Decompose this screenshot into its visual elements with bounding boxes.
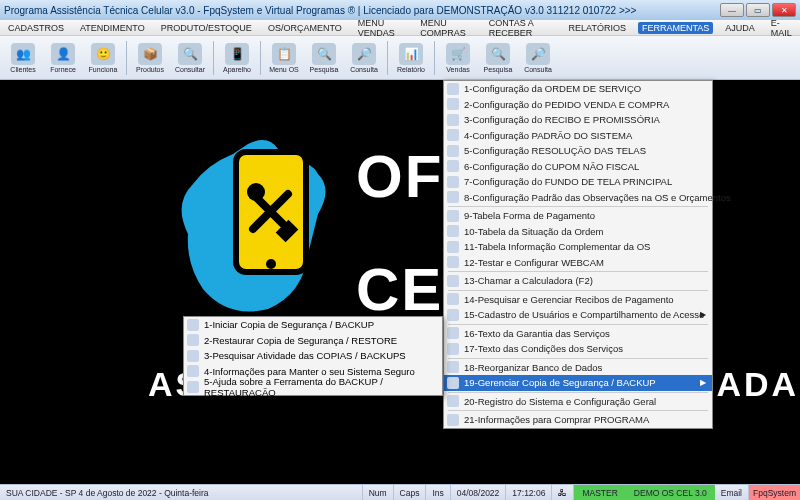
toolbar-menu os[interactable]: 📋Menu OS bbox=[265, 38, 303, 78]
toolbar-consulta[interactable]: 🔎Consulta bbox=[519, 38, 557, 78]
menu-item-label: 13-Chamar a Calculadora (F2) bbox=[464, 275, 593, 286]
main-toolbar: 👥Clientes👤Fornece🙂Funciona📦Produtos🔍Cons… bbox=[0, 36, 800, 80]
menu-item-label: 21-Informações para Comprar PROGRAMA bbox=[464, 414, 649, 425]
menu-item-icon bbox=[447, 83, 459, 95]
menu-separator bbox=[448, 324, 708, 325]
menu-item-icon bbox=[447, 145, 459, 157]
submenu-item-icon bbox=[187, 350, 199, 362]
menu-item-label: 7-Configuração do FUNDO DE TELA PRINCIPA… bbox=[464, 176, 672, 187]
toolbar-vendas[interactable]: 🛒Vendas bbox=[439, 38, 477, 78]
menu-item[interactable]: 6-Configuração do CUPOM NÃO FISCAL bbox=[444, 159, 712, 175]
submenu-item-icon bbox=[187, 365, 199, 377]
menu-item[interactable]: 15-Cadastro de Usuários e Compartilhamen… bbox=[444, 307, 712, 323]
menu-item-icon bbox=[447, 256, 459, 268]
menu-item-label: 11-Tabela Informação Complementar da OS bbox=[464, 241, 650, 252]
close-button[interactable]: ✕ bbox=[772, 3, 796, 17]
submenu-item[interactable]: 5-Ajuda sobre a Ferramenta do BACKUP / R… bbox=[184, 379, 442, 395]
menu-item[interactable]: 7-Configuração do FUNDO DE TELA PRINCIPA… bbox=[444, 174, 712, 190]
toolbar-pesquisa[interactable]: 🔍Pesquisa bbox=[479, 38, 517, 78]
status-ins: Ins bbox=[426, 485, 450, 500]
menu-item[interactable]: 5-Configuração RESOLUÇÃO DAS TELAS bbox=[444, 143, 712, 159]
menu-item-ajuda[interactable]: AJUDA bbox=[721, 22, 759, 34]
toolbar-separator bbox=[126, 41, 127, 75]
menu-item-icon bbox=[447, 377, 459, 389]
menu-item[interactable]: 12-Testar e Configurar WEBCAM bbox=[444, 255, 712, 271]
toolbar-funciona[interactable]: 🙂Funciona bbox=[84, 38, 122, 78]
menu-item-label: 5-Configuração RESOLUÇÃO DAS TELAS bbox=[464, 145, 646, 156]
status-email[interactable]: Email bbox=[715, 485, 749, 500]
pesquisa-icon: 🔍 bbox=[312, 43, 336, 65]
toolbar-aparelho[interactable]: 📱Aparelho bbox=[218, 38, 256, 78]
menu-item-icon bbox=[447, 361, 459, 373]
menu-item-e-mail[interactable]: E-MAIL bbox=[767, 17, 796, 39]
menu-item-label: 12-Testar e Configurar WEBCAM bbox=[464, 257, 604, 268]
menu-item-atendimento[interactable]: ATENDIMENTO bbox=[76, 22, 149, 34]
menu-item-label: 16-Texto da Garantia das Serviços bbox=[464, 328, 610, 339]
menu-item-icon bbox=[447, 225, 459, 237]
menu-item-icon bbox=[447, 309, 459, 321]
menu-item-contas-a-receber[interactable]: CONTAS A RECEBER bbox=[485, 17, 557, 39]
menu-item[interactable]: 18-Reorganizar Banco de Dados bbox=[444, 360, 712, 376]
toolbar-relatório[interactable]: 📊Relatório bbox=[392, 38, 430, 78]
logo-hand-phone bbox=[158, 114, 358, 324]
menu-item-cadastros[interactable]: CADASTROS bbox=[4, 22, 68, 34]
menu-item-icon bbox=[447, 293, 459, 305]
menu-item-label: 19-Gerenciar Copia de Segurança / BACKUP bbox=[464, 377, 656, 388]
minimize-button[interactable]: — bbox=[720, 3, 744, 17]
menu-item[interactable]: 10-Tabela da Situação da Ordem bbox=[444, 224, 712, 240]
maximize-button[interactable]: ▭ bbox=[746, 3, 770, 17]
menu-item[interactable]: 20-Registro do Sistema e Configuração Ge… bbox=[444, 394, 712, 410]
menu-item[interactable]: 8-Configuração Padrão das Observações na… bbox=[444, 190, 712, 206]
menu-item[interactable]: 14-Pesquisar e Gerenciar Recibos de Paga… bbox=[444, 292, 712, 308]
menu-item-icon bbox=[447, 114, 459, 126]
menu-item-icon bbox=[447, 275, 459, 287]
status-brand[interactable]: FpqSystem bbox=[749, 485, 800, 500]
toolbar-pesquisa[interactable]: 🔍Pesquisa bbox=[305, 38, 343, 78]
menu-item-menu-vendas[interactable]: MENU VENDAS bbox=[354, 17, 409, 39]
submenu-item[interactable]: 1-Iniciar Copia de Segurança / BACKUP bbox=[184, 317, 442, 333]
menu-item-icon bbox=[447, 241, 459, 253]
menu-item-produto-estoque[interactable]: PRODUTO/ESTOQUE bbox=[157, 22, 256, 34]
menu-item-ferramentas[interactable]: FERRAMENTAS bbox=[638, 22, 713, 34]
backup-submenu: 1-Iniciar Copia de Segurança / BACKUP2-R… bbox=[183, 316, 443, 396]
menu-item-os-or-amento[interactable]: OS/ORÇAMENTO bbox=[264, 22, 346, 34]
menu-item[interactable]: 16-Texto da Garantia das Serviços bbox=[444, 326, 712, 342]
menu-item-icon bbox=[447, 327, 459, 339]
fornece-icon: 👤 bbox=[51, 43, 75, 65]
menu-item-icon bbox=[447, 129, 459, 141]
menu-item-label: 17-Texto das Condições dos Serviços bbox=[464, 343, 623, 354]
menu-separator bbox=[448, 271, 708, 272]
menu-item[interactable]: 3-Configuração do RECIBO E PROMISSÓRIA bbox=[444, 112, 712, 128]
toolbar-produtos[interactable]: 📦Produtos bbox=[131, 38, 169, 78]
menu-item[interactable]: 11-Tabela Informação Complementar da OS bbox=[444, 239, 712, 255]
menu-separator bbox=[448, 410, 708, 411]
menu-item-relat-rios[interactable]: RELATÓRIOS bbox=[565, 22, 630, 34]
menu-item-menu-compras[interactable]: MENU COMPRAS bbox=[416, 17, 477, 39]
toolbar-consulta[interactable]: 🔎Consulta bbox=[345, 38, 383, 78]
menu-item-label: 2-Configuração do PEDIDO VENDA E COMPRA bbox=[464, 99, 669, 110]
toolbar-label: Consulta bbox=[524, 66, 552, 73]
produtos-icon: 📦 bbox=[138, 43, 162, 65]
menu-item[interactable]: 17-Texto das Condições dos Serviços bbox=[444, 341, 712, 357]
menu os-icon: 📋 bbox=[272, 43, 296, 65]
menu-item[interactable]: 21-Informações para Comprar PROGRAMA bbox=[444, 412, 712, 428]
toolbar-fornece[interactable]: 👤Fornece bbox=[44, 38, 82, 78]
menu-item[interactable]: 1-Configuração da ORDEM DE SERVIÇO bbox=[444, 81, 712, 97]
menu-item[interactable]: 4-Configuração PADRÃO DO SISTEMA bbox=[444, 128, 712, 144]
menu-item[interactable]: 19-Gerenciar Copia de Segurança / BACKUP… bbox=[444, 375, 712, 391]
submenu-arrow-icon: ▶ bbox=[700, 378, 706, 387]
menu-item[interactable]: 13-Chamar a Calculadora (F2) bbox=[444, 273, 712, 289]
toolbar-clientes[interactable]: 👥Clientes bbox=[4, 38, 42, 78]
submenu-item[interactable]: 3-Pesquisar Atividade das COPIAS / BACKU… bbox=[184, 348, 442, 364]
submenu-item-icon bbox=[187, 319, 199, 331]
submenu-item[interactable]: 2-Restaurar Copia de Segurança / RESTORE bbox=[184, 333, 442, 349]
status-master: MASTER bbox=[574, 485, 625, 500]
workspace: OFI CEL AS ESPECIALIZADA 1-Configuração … bbox=[0, 80, 800, 484]
menu-item-icon bbox=[447, 160, 459, 172]
toolbar-consultar[interactable]: 🔍Consultar bbox=[171, 38, 209, 78]
menu-item[interactable]: 2-Configuração do PEDIDO VENDA E COMPRA bbox=[444, 97, 712, 113]
funciona-icon: 🙂 bbox=[91, 43, 115, 65]
menu-item[interactable]: 9-Tabela Forma de Pagamento bbox=[444, 208, 712, 224]
status-demo: DEMO OS CEL 3.0 bbox=[626, 485, 715, 500]
toolbar-label: Menu OS bbox=[269, 66, 299, 73]
